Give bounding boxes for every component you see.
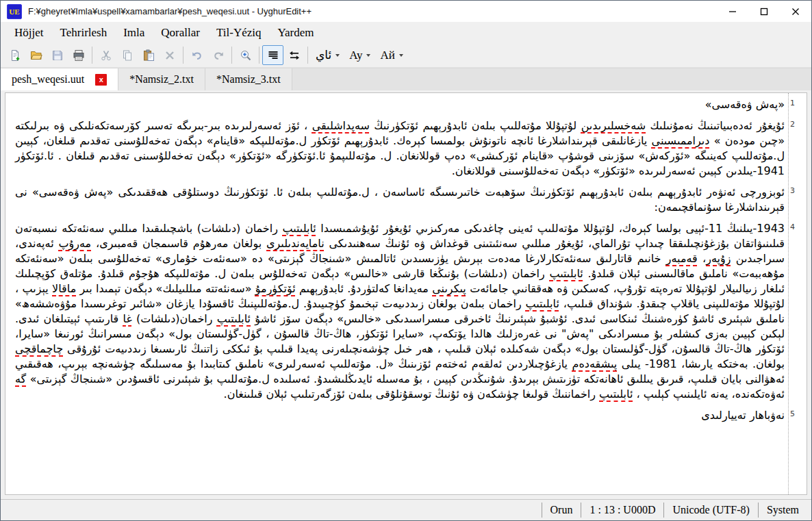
toolbar: ئايAyAй xyxy=(1,43,811,68)
tab-pesh-weqesi-uut[interactable]: pesh_weqesi.uutx xyxy=(1,68,118,90)
new-document-button[interactable] xyxy=(4,45,25,65)
app-icon: UE xyxy=(7,4,22,19)
status-label-orun: Orun xyxy=(542,503,581,518)
text-segment: ئەۋەتكەندە، يەنە ئايلىنىپ كېلىپ ، xyxy=(633,387,785,401)
text-segment: بولغان مەرھۇم قاسىمجان قەمبىرى، xyxy=(91,237,266,250)
tab-label: *Namsiz_2.txt xyxy=(129,73,194,86)
text-segment: راخماننىڭ قولىغا چۈشكەن ۋە ئۇنىڭ توسقۇنل… xyxy=(224,387,599,401)
text-segment: «پەش ۋەقەسى» xyxy=(705,98,785,111)
paragraph-text: ئۇيغۇر ئەدەبىياتىنىڭ نەمۇنىلىك شەخسلىرىد… xyxy=(15,119,785,177)
misspelled-word: مەرۇپ xyxy=(59,237,92,250)
close-button[interactable] xyxy=(780,1,811,22)
misspelled-word: چاچماقچى xyxy=(15,342,63,355)
misspelled-word: ئابلىتىپ xyxy=(526,297,559,310)
print-button[interactable] xyxy=(68,45,89,65)
line-number: 2 xyxy=(790,120,805,129)
misspelled-word: قەمبەر xyxy=(666,252,698,265)
cyrillic-script-button-label: Aй xyxy=(380,49,394,62)
paragraph-text: نەۋباھار تەييارلىدى xyxy=(701,409,785,422)
misspelled-word: ئابلىتىپ xyxy=(549,267,583,280)
save-button[interactable] xyxy=(47,45,68,65)
tab-namsiz-3-txt[interactable]: *Namsiz_3.txt xyxy=(205,68,292,90)
paragraph-text: 1943-يىلنىڭ 11-ئېيى بولسا كېرەك، لۇتپۇلل… xyxy=(15,222,785,401)
paste-icon xyxy=(142,49,155,62)
misspelled-word: ئۆتكۈرمۇ xyxy=(255,282,296,295)
copy-button[interactable] xyxy=(116,45,138,65)
undo-icon xyxy=(191,49,203,62)
menu-item-h-jjet[interactable]: Höjjet xyxy=(6,25,52,41)
minimize-icon xyxy=(726,5,739,18)
maximize-icon xyxy=(758,5,770,18)
menu-item-til-y-ziq[interactable]: Til-Yéziq xyxy=(208,25,270,41)
text-segment: ئوبزورچى ئەنۋەر ئابدۇرېھىم بىلەن ئابدۇرې… xyxy=(15,186,785,214)
line-number: 1 xyxy=(790,99,805,108)
direction-swap-button[interactable] xyxy=(283,45,305,65)
new-document-icon xyxy=(9,49,21,62)
editor-panel[interactable]: 1«پەش ۋەقەسى»2ئۇيغۇر ئەدەبىياتىنىڭ نەمۇن… xyxy=(5,92,807,495)
undo-button[interactable] xyxy=(186,45,207,65)
cut-button[interactable] xyxy=(95,45,116,65)
titlebar: UE F:¥gheyret¥Imla¥uspell¥xamambarlar¥pe… xyxy=(1,1,811,22)
app-window: UE F:¥gheyret¥Imla¥uspell¥xamambarlar¥pe… xyxy=(0,0,812,521)
menu-item-qorallar[interactable]: Qorallar xyxy=(153,25,208,41)
misspelled-word: گە xyxy=(15,372,26,385)
toolbar-separator xyxy=(231,47,232,64)
text-segment: ، xyxy=(698,252,707,265)
misspelled-word: پىشقەدەم xyxy=(572,357,618,370)
status-cursor-position: 1 : 13 : U000D xyxy=(581,503,663,518)
rtl-paragraph-button[interactable] xyxy=(262,45,283,65)
paragraph-4: 41943-يىلنىڭ 11-ئېيى بولسا كېرەك، لۇتپۇل… xyxy=(15,221,785,402)
misspelled-word: ئابلىتىپ xyxy=(282,222,316,235)
zoom-icon xyxy=(240,49,252,62)
text-segment: «سەنئەتتە مىللىيلىك» دېگەن تېمىدا بىر xyxy=(76,282,255,295)
text-segment: مەيدانغا كەلتۈردۇ. ئابدۇرېھىم xyxy=(296,282,433,295)
toolbar-separator xyxy=(307,47,308,64)
direction-swap-icon xyxy=(288,49,301,62)
statusbar: Orun1 : 13 : U000DUnicode (UTF-8)System xyxy=(1,499,811,520)
arabic-script-button-label: ئاي xyxy=(316,48,331,62)
line-number-gutter-divider xyxy=(788,93,789,494)
paragraph-text: «پەش ۋەقەسى» xyxy=(705,98,785,111)
misspelled-word: ئابلىتىپ xyxy=(599,387,633,401)
save-icon xyxy=(51,49,64,62)
paragraph-text: ئوبزورچى ئەنۋەر ئابدۇرېھىم بىلەن ئابدۇرې… xyxy=(15,186,785,214)
menu-item-tehrirlesh[interactable]: Tehrirlesh xyxy=(52,25,116,41)
misspelled-word: شەخسلىرىدىن xyxy=(581,119,646,132)
latin-script-button[interactable]: Ay xyxy=(344,47,375,64)
maximize-button[interactable] xyxy=(748,1,780,22)
minimize-button[interactable] xyxy=(717,1,748,22)
text-segment: ئۇيغۇر ئەدەبىياتىنىڭ نەمۇنىلىك xyxy=(646,119,785,132)
redo-button[interactable] xyxy=(207,45,229,65)
menu-item-yardem[interactable]: Yardem xyxy=(269,25,322,41)
delete-button[interactable] xyxy=(159,45,180,65)
cyrillic-script-button[interactable]: Aй xyxy=(375,47,407,64)
text-segment: بولغان. بەختكە يارىشا، 1981- يىلى xyxy=(617,357,785,370)
arabic-script-button[interactable]: ئاي xyxy=(311,47,344,64)
tab-close-button[interactable]: x xyxy=(95,74,107,86)
latin-script-button-label: Ay xyxy=(349,49,362,62)
menubar: HöjjetTehrirleshImlaQorallarTil-YéziqYar… xyxy=(1,22,811,43)
misspelled-word: ماقالا xyxy=(52,282,76,295)
misspelled-word: زۇپەر xyxy=(706,252,731,265)
copy-icon xyxy=(121,49,134,62)
status-encoding: Unicode (UTF-8) xyxy=(663,503,757,518)
menu-item-imla[interactable]: Imla xyxy=(115,25,153,41)
zoom-button[interactable] xyxy=(235,45,256,65)
dropdown-caret-icon xyxy=(335,54,340,57)
toolbar-separator xyxy=(183,47,183,64)
paragraph-1: 1«پەش ۋەقەسى» xyxy=(15,97,785,112)
text-segment: راخمان(دىلشات) xyxy=(132,312,217,325)
window-controls xyxy=(717,1,811,22)
line-number: 3 xyxy=(790,186,805,196)
paste-button[interactable] xyxy=(138,45,159,65)
paragraph-5: 5نەۋباھار تەييارلىدى xyxy=(15,408,785,423)
toolbar-separator xyxy=(259,47,259,64)
line-number: 5 xyxy=(790,409,805,419)
open-folder-button[interactable] xyxy=(25,45,47,65)
line-number: 4 xyxy=(790,223,805,232)
tab-namsiz-2-txt[interactable]: *Namsiz_2.txt xyxy=(118,68,205,90)
misspelled-word: دىراممىسىنى xyxy=(652,134,710,147)
window-title: F:¥gheyret¥Imla¥uspell¥xamambarlar¥pesh_… xyxy=(28,6,312,16)
dropdown-caret-icon xyxy=(366,54,370,57)
status-system: System xyxy=(758,503,807,518)
